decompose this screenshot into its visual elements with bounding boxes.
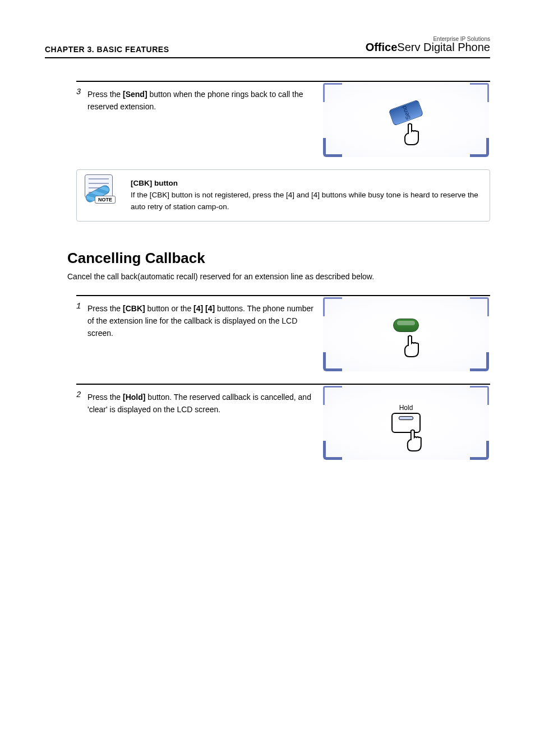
step-row-send: 3 Press the [Send] button when the phone…	[76, 81, 490, 157]
illustration-cbk	[323, 297, 489, 371]
page: CHAPTER 3. BASIC FEATURES Enterprise IP …	[0, 0, 535, 756]
step-number: 2	[76, 385, 87, 460]
button-label-send: [Send]	[123, 90, 147, 99]
page-header: CHAPTER 3. BASIC FEATURES Enterprise IP …	[45, 36, 490, 58]
step-text: Press the [CBK] button or the [4] [4] bu…	[87, 296, 323, 371]
step-text: Press the [Send] button when the phone r…	[87, 82, 323, 157]
t: Press the	[87, 393, 123, 402]
t1: Press the	[87, 90, 123, 99]
illustration-send: Send	[323, 83, 489, 157]
hold-button-label: Hold	[399, 404, 413, 412]
t: button or the	[145, 304, 193, 313]
heading-cancelling-callback: Cancelling Callback	[67, 250, 490, 267]
note-title: [CBK] button	[131, 179, 178, 187]
paragraph-intro: Cancel the call back(automatic recall) r…	[67, 270, 490, 283]
hand-icon	[399, 423, 432, 457]
button-label-hold: [Hold]	[123, 393, 145, 402]
step-row-hold: 2 Press the [Hold] button. The reserved …	[76, 384, 490, 460]
section-breadcrumb: CHAPTER 3. BASIC FEATURES	[45, 45, 169, 54]
step-figure-send: Send	[323, 82, 490, 157]
note-icon-tag: NOTE	[95, 196, 116, 204]
step-text: Press the [Hold] button. The reserved ca…	[87, 385, 323, 460]
t: Press the	[87, 304, 123, 313]
note-box: NOTE [CBK] button If the [CBK] button is…	[76, 169, 490, 222]
step-number: 1	[76, 296, 87, 371]
brand-product: OfficeServ Digital Phone	[366, 41, 490, 54]
brand-block: Enterprise IP Solutions OfficeServ Digit…	[366, 36, 490, 54]
step-number: 3	[76, 82, 87, 157]
hand-icon	[396, 117, 430, 150]
button-label-cbk: [CBK]	[123, 304, 145, 313]
brand-product-bold: Office	[366, 41, 398, 53]
note-text: [CBK] button If the [CBK] button is not …	[131, 174, 482, 213]
brand-product-rest: Serv Digital Phone	[397, 41, 490, 53]
step-figure-cbk	[323, 296, 490, 371]
note-icon: NOTE	[85, 174, 124, 206]
illustration-hold: Hold	[323, 386, 489, 460]
note-body: If the [CBK] button is not registered, p…	[131, 191, 478, 211]
step-figure-hold: Hold	[323, 385, 490, 460]
hand-icon	[396, 329, 430, 362]
step-row-cbk: 1 Press the [CBK] button or the [4] [4] …	[76, 295, 490, 371]
button-label-44: [4] [4]	[193, 304, 215, 313]
